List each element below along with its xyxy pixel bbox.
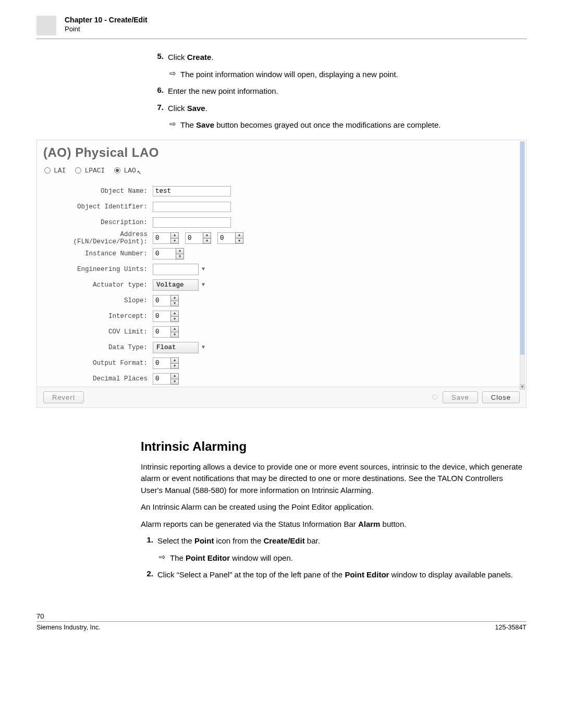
radio-icon (75, 167, 81, 174)
busy-indicator-icon (432, 394, 437, 400)
step-down-icon[interactable]: ▼ (170, 332, 179, 338)
units-select[interactable]: ▼ (153, 264, 208, 275)
chapter-subtitle: Point (65, 25, 148, 33)
step-up-icon[interactable]: ▲ (170, 357, 179, 363)
step-result: The Point Editor window will open. (170, 552, 527, 564)
radio-label: LAI (54, 167, 66, 175)
label-decimals: Decimal Places (43, 375, 153, 382)
t: Select the (157, 536, 194, 545)
outfmt-stepper[interactable]: ▲▼ (153, 357, 179, 369)
scrollbar-thumb[interactable] (520, 142, 524, 355)
t: Save (187, 104, 205, 113)
revert-button[interactable]: Revert (43, 391, 84, 403)
save-button[interactable]: Save (443, 391, 478, 403)
step-down-icon[interactable]: ▼ (170, 301, 179, 306)
step-text: Click “Select a Panel” at the top of the… (157, 569, 527, 581)
slope-stepper[interactable]: ▲▼ (153, 295, 179, 306)
point-type-radio-group: LAI LPACI LAO ↖ (44, 165, 526, 176)
radio-lpaci[interactable]: LPACI (75, 167, 105, 175)
step-down-icon[interactable]: ▼ (235, 238, 243, 244)
step-down-icon[interactable]: ▼ (170, 379, 179, 385)
step-down-icon[interactable]: ▼ (203, 238, 211, 244)
intercept-input[interactable] (153, 311, 170, 322)
slope-input[interactable] (153, 295, 170, 306)
point-form: Object Name: Object Identifier: Descript… (43, 183, 526, 387)
t: window to display available panels. (389, 570, 513, 579)
label-intercept: Intercept: (43, 313, 153, 320)
step-up-icon[interactable]: ▲ (203, 232, 211, 238)
step-down-icon[interactable]: ▼ (170, 238, 179, 244)
t: The (180, 120, 196, 129)
intercept-stepper[interactable]: ▲▼ (153, 311, 179, 322)
label-object-id: Object Identifier: (43, 203, 153, 211)
step-number: 1. (141, 535, 153, 547)
step-up-icon[interactable]: ▲ (170, 232, 179, 238)
cov-stepper[interactable]: ▲▼ (153, 326, 179, 338)
step-number: 5. (151, 52, 164, 64)
step-up-icon[interactable]: ▲ (170, 311, 179, 316)
step-text: Click Save. (168, 103, 527, 115)
label-cov: COV Limit: (43, 328, 153, 336)
paragraph: Intrinsic reporting allows a device to p… (141, 461, 527, 497)
radio-label: LPACI (84, 167, 105, 175)
label-description: Description: (43, 219, 153, 226)
decimals-input[interactable] (153, 373, 170, 385)
step-number: 2. (141, 569, 153, 581)
radio-lai[interactable]: LAI (44, 167, 66, 175)
radio-label: LAO (124, 167, 136, 175)
address-device-input[interactable] (185, 232, 203, 244)
step-number: 6. (151, 85, 164, 97)
object-name-input[interactable] (153, 186, 231, 196)
address-point-stepper[interactable]: ▲▼ (217, 232, 243, 244)
datatype-value: Float (153, 342, 199, 353)
page-header: Chapter 10 - Create/Edit Point (36, 16, 527, 39)
t: window will open. (230, 553, 293, 562)
step-up-icon[interactable]: ▲ (170, 373, 179, 379)
footer-left: Siemens Industry, Inc. (36, 624, 101, 631)
result-arrow-icon: ⇨ (153, 552, 166, 564)
step-up-icon[interactable]: ▲ (170, 326, 179, 332)
scroll-down-icon[interactable]: ▼ (520, 385, 525, 390)
t: Float (156, 344, 176, 351)
instance-stepper[interactable]: ▲▼ (153, 248, 184, 260)
address-fln-input[interactable] (153, 232, 170, 244)
chevron-down-icon: ▼ (199, 279, 208, 291)
close-button[interactable]: Close (482, 391, 520, 403)
step-down-icon[interactable]: ▼ (176, 254, 184, 260)
decimals-stepper[interactable]: ▲▼ (153, 373, 179, 385)
address-device-stepper[interactable]: ▲▼ (185, 232, 211, 244)
vertical-scrollbar[interactable] (520, 141, 525, 385)
step-down-icon[interactable]: ▼ (170, 316, 179, 322)
object-id-input[interactable] (153, 202, 231, 212)
instance-input[interactable] (153, 248, 176, 260)
outfmt-input[interactable] (153, 357, 170, 369)
step-up-icon[interactable]: ▲ (176, 248, 184, 254)
footer-right: 125-3584T (495, 624, 527, 631)
label-slope: Slope: (43, 297, 153, 304)
header-logo-placeholder (36, 16, 56, 35)
radio-lao[interactable]: LAO ↖ (114, 165, 141, 176)
t: Alarm reports can be generated via the S… (141, 520, 358, 528)
t: Create (187, 53, 212, 61)
result-arrow-icon: ⇨ (164, 69, 176, 81)
units-value (153, 264, 199, 275)
address-fln-stepper[interactable]: ▲▼ (153, 232, 179, 244)
step-result: The Save button becomes grayed out once … (180, 119, 527, 131)
cov-input[interactable] (153, 326, 170, 338)
t: button. (380, 520, 406, 528)
address-point-input[interactable] (217, 232, 235, 244)
label-outfmt: Output Format: (43, 360, 153, 367)
actuator-select[interactable]: Voltage ▼ (153, 279, 208, 291)
step-up-icon[interactable]: ▲ (235, 232, 243, 238)
step-down-icon[interactable]: ▼ (170, 363, 179, 369)
description-input[interactable] (153, 217, 231, 228)
step-up-icon[interactable]: ▲ (170, 295, 179, 301)
datatype-select[interactable]: Float ▼ (153, 342, 208, 353)
panel-footer: Revert Save Close (37, 387, 526, 408)
label-address: Address (FLN/Device/Point): (43, 231, 153, 245)
paragraph: An Intrinsic Alarm can be created using … (141, 501, 527, 513)
label-object-name: Object Name: (43, 188, 153, 195)
t: . (205, 104, 207, 113)
actuator-value: Voltage (153, 279, 199, 291)
label-instance: Instance Number: (43, 250, 153, 257)
